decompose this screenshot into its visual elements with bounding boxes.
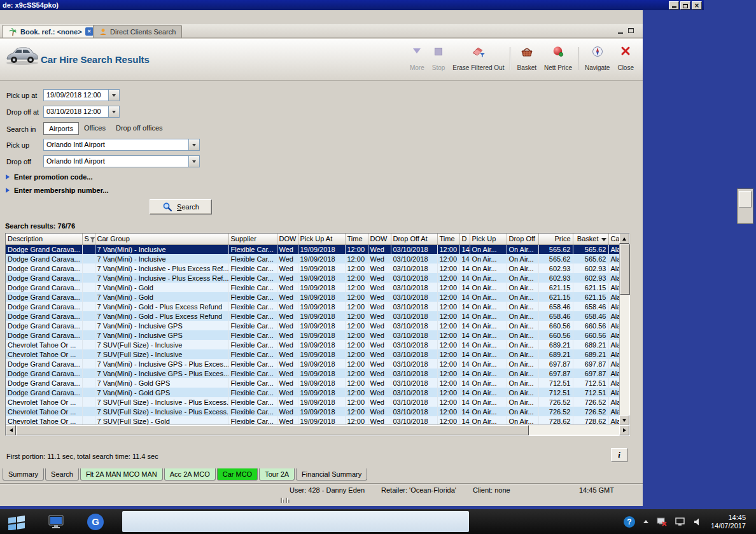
- membership-number-toggle[interactable]: Enter membership number...: [6, 186, 109, 194]
- result-cell: Flexible Car...: [228, 397, 277, 407]
- column-header-dow2[interactable]: DOW: [368, 234, 391, 244]
- column-header-dow1[interactable]: DOW: [277, 234, 298, 244]
- search-in-dropoff-offices-tab[interactable]: Drop off offices: [111, 122, 168, 135]
- tab-search[interactable]: Search: [45, 468, 79, 481]
- result-row[interactable]: Dodge Grand Carava...7 Van(Mini) - Inclu…: [6, 263, 619, 273]
- column-header-price[interactable]: Price: [538, 234, 573, 244]
- result-cell: 7 Van(Mini) - Gold - Plus Excess Refund: [95, 311, 228, 321]
- maximize-button[interactable]: [680, 1, 690, 10]
- result-row[interactable]: Dodge Grand Carava...7 Van(Mini) - Inclu…: [6, 273, 619, 283]
- column-header-time1[interactable]: Time: [345, 234, 368, 244]
- scroll-thumb[interactable]: [739, 191, 752, 207]
- result-row[interactable]: Dodge Grand Carava...7 Van(Mini) - Inclu…: [6, 330, 619, 340]
- basket-button[interactable]: Basket: [513, 44, 540, 73]
- vertical-scroll-thumb[interactable]: [620, 244, 630, 295]
- mdi-minimize-icon[interactable]: [618, 32, 623, 34]
- result-row[interactable]: Dodge Grand Carava...7 Van(Mini) - Gold …: [6, 388, 619, 397]
- result-row[interactable]: Dodge Grand Carava...7 Van(Mini) - GoldF…: [6, 283, 619, 292]
- scroll-up-button[interactable]: [619, 234, 629, 244]
- pickup-at-combobox[interactable]: 19/09/2018 12:00: [43, 89, 120, 101]
- start-button[interactable]: [4, 511, 29, 533]
- minimize-button[interactable]: [669, 1, 679, 10]
- tab-direct-clients-search[interactable]: Direct Clients Search: [93, 25, 182, 38]
- dropdown-button[interactable]: [188, 156, 199, 167]
- result-cell: Flexible Car...: [228, 292, 277, 302]
- vertical-scrollbar[interactable]: [619, 234, 629, 425]
- horizontal-scrollbar[interactable]: [6, 425, 629, 435]
- column-header-basket[interactable]: Basket: [573, 234, 608, 244]
- window-titlebar[interactable]: de: x9cSS54pko) ×: [0, 0, 704, 10]
- result-row[interactable]: Dodge Grand Carava...7 Van(Mini) - Gold …: [6, 378, 619, 388]
- taskbar-clock[interactable]: 14:45 14/07/2017: [711, 514, 746, 530]
- result-row[interactable]: Chevrolet Tahoe Or ...7 SUV(Full Size) -…: [6, 349, 619, 359]
- column-header-drop-off-at[interactable]: Drop Off At: [391, 234, 437, 244]
- taskbar-computer-button[interactable]: [43, 511, 69, 533]
- nett-price-button[interactable]: Nett Price: [540, 44, 576, 73]
- dropoff-at-combobox[interactable]: 03/10/2018 12:00: [43, 106, 120, 118]
- column-header-drop-off[interactable]: Drop Off: [507, 234, 538, 244]
- tab-booking-ref[interactable]: Book. ref.: <none> ×: [2, 25, 100, 38]
- column-header-supplier[interactable]: Supplier: [228, 234, 277, 244]
- tab-summary[interactable]: Summary: [3, 468, 44, 481]
- tab-close-icon[interactable]: ×: [85, 27, 94, 36]
- result-row[interactable]: Chevrolet Tahoe Or ...7 SUV(Full Size) -…: [6, 407, 619, 416]
- column-header-car-group[interactable]: Car Group: [95, 234, 228, 244]
- more-button[interactable]: More: [406, 44, 428, 73]
- column-header-pick-up[interactable]: Pick Up: [470, 234, 507, 244]
- scroll-left-button[interactable]: [6, 425, 16, 435]
- search-in-airports-tab[interactable]: Airports: [43, 122, 79, 135]
- dropdown-button[interactable]: [108, 106, 119, 117]
- pickup-combobox[interactable]: Orlando Intl Airport: [43, 139, 200, 151]
- result-cell: Dodge Grand Carava...: [6, 292, 82, 302]
- navigate-button[interactable]: Navigate: [581, 44, 613, 73]
- display-icon[interactable]: [675, 517, 685, 526]
- result-row[interactable]: Dodge Grand Carava...7 Van(Mini) - GoldF…: [6, 292, 619, 302]
- result-row[interactable]: Dodge Grand Carava...7 Van(Mini) - Gold …: [6, 311, 619, 321]
- dropoff-combobox[interactable]: Orlando Intl Airport: [43, 155, 200, 167]
- info-button[interactable]: i: [611, 448, 627, 462]
- search-in-offices-tab[interactable]: Offices: [79, 122, 111, 135]
- scroll-down-button[interactable]: [619, 415, 629, 425]
- tab-car-mco[interactable]: Car MCO: [217, 468, 258, 481]
- speaker-icon[interactable]: [694, 517, 703, 526]
- tab-tour-2a[interactable]: Tour 2A: [259, 468, 295, 481]
- tab-financial-summary[interactable]: Financial Summary: [296, 468, 367, 481]
- result-row[interactable]: Chevrolet Tahoe Or ...7 SUV(Full Size) -…: [6, 340, 619, 349]
- result-row[interactable]: Dodge Grand Carava...7 Van(Mini) - Gold …: [6, 302, 619, 311]
- stop-button[interactable]: Stop: [428, 44, 449, 73]
- result-row[interactable]: Dodge Grand Carava...7 Van(Mini) - Inclu…: [6, 244, 619, 254]
- column-header-description[interactable]: Description: [6, 234, 82, 244]
- mdi-restore-icon[interactable]: [628, 28, 634, 33]
- search-button[interactable]: Search: [150, 199, 212, 214]
- result-row[interactable]: Chevrolet Tahoe Or ...7 SUV(Full Size) -…: [6, 397, 619, 407]
- horizontal-scroll-thumb[interactable]: [16, 425, 529, 435]
- close-results-button[interactable]: Close: [613, 44, 638, 73]
- column-header-days[interactable]: D: [459, 234, 470, 244]
- column-header-pick-up-at[interactable]: Pick Up At: [298, 234, 345, 244]
- column-header-time2[interactable]: Time: [437, 234, 459, 244]
- close-button[interactable]: ×: [692, 1, 702, 10]
- result-row[interactable]: Dodge Grand Carava...7 Van(Mini) - Inclu…: [6, 359, 619, 369]
- result-row[interactable]: Dodge Grand Carava...7 Van(Mini) - Inclu…: [6, 254, 619, 263]
- dropdown-button[interactable]: [108, 90, 119, 101]
- help-icon[interactable]: ?: [624, 516, 635, 528]
- taskbar-open-window-button[interactable]: [122, 511, 469, 532]
- taskbar-g-app-button[interactable]: G: [83, 511, 108, 533]
- scroll-right-button[interactable]: [619, 425, 629, 435]
- tray-caret-icon[interactable]: [643, 520, 648, 523]
- dropdown-button[interactable]: [188, 139, 199, 150]
- result-cell: 12:00: [437, 273, 459, 283]
- result-row[interactable]: Chevrolet Tahoe Or ...7 SUV(Full Size) -…: [6, 416, 619, 425]
- column-header-ca[interactable]: Ca: [608, 234, 619, 244]
- promotion-code-toggle[interactable]: Enter promotion code...: [6, 173, 92, 181]
- desktop-scrollbar-fragment[interactable]: [737, 188, 753, 224]
- erase-filtered-out-button[interactable]: Erase Filtered Out: [449, 44, 508, 73]
- result-row[interactable]: Dodge Grand Carava...7 Van(Mini) - Inclu…: [6, 321, 619, 330]
- tab-acc-2a-mco[interactable]: Acc 2A MCO: [164, 468, 216, 481]
- network-error-icon[interactable]: [657, 517, 667, 526]
- tab-flight-2a-man-mco-man[interactable]: Flt 2A MAN MCO MAN: [80, 468, 163, 481]
- result-row[interactable]: Dodge Grand Carava...7 Van(Mini) - Inclu…: [6, 369, 619, 378]
- column-header-filter[interactable]: S: [82, 234, 95, 244]
- splitter-grip[interactable]: [281, 498, 290, 503]
- pickup-label: Pick up: [6, 141, 29, 149]
